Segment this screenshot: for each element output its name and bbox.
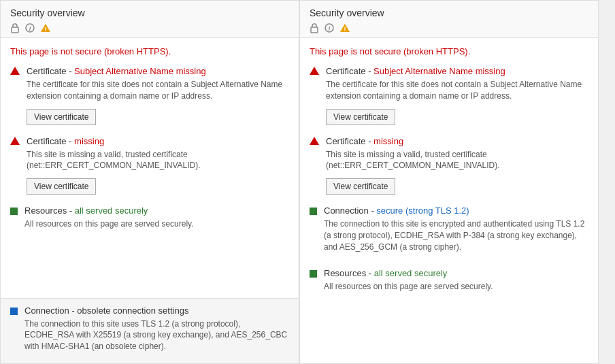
warning-icon-right: ! <box>339 23 350 33</box>
square-green-icon-connection-right <box>310 206 317 217</box>
cert-missing-title-right: Certificate - missing <box>326 136 588 146</box>
cert-san-item-left: Certificate - Subject Alternative Name m… <box>10 66 289 125</box>
cert-missing-item-left: Certificate - missing This site is missi… <box>10 136 289 195</box>
security-panel-right: Security overview i ! This page is not s… <box>299 0 599 364</box>
cert-san-desc-right: The certificate for this site does not c… <box>326 79 588 102</box>
panel-icons-left: i ! <box>10 22 289 33</box>
cert-san-title-static-right: Certificate - <box>326 66 373 76</box>
cert-missing-title-highlight-right: missing <box>373 136 403 146</box>
connection-item-right: Connection - secure (strong TLS 1.2) The… <box>310 205 588 257</box>
connection-item-left: Connection - obsolete connection setting… <box>1 298 299 363</box>
connection-content-right: Connection - secure (strong TLS 1.2) The… <box>324 205 588 257</box>
resources-content-right: Resources - all served securely All reso… <box>324 268 588 297</box>
resources-item-right: Resources - all served securely All reso… <box>310 268 588 297</box>
connection-title-static: Connection - <box>24 305 77 316</box>
view-cert-san-button-right[interactable]: View certificate <box>326 109 395 125</box>
cert-missing-title-static: Certificate - <box>27 136 74 146</box>
panel-header-left: Security overview i ! <box>1 1 299 38</box>
cert-missing-title-static-right: Certificate - <box>326 136 373 146</box>
resources-title-right: Resources - all served securely <box>324 268 588 278</box>
svg-text:!: ! <box>45 26 47 33</box>
cert-missing-title-highlight: missing <box>74 136 104 146</box>
cert-san-content-left: Certificate - Subject Alternative Name m… <box>27 66 289 125</box>
view-cert-san-button-left[interactable]: View certificate <box>27 109 96 125</box>
cert-san-title-right: Certificate - Subject Alternative Name m… <box>326 66 588 76</box>
square-green-icon-resources-right <box>310 269 317 280</box>
insecure-header-right: This page is not secure (broken HTTPS). <box>310 46 588 56</box>
panel-header-right: Security overview i ! <box>300 1 598 38</box>
svg-text:!: ! <box>344 26 346 33</box>
cert-missing-item-right: Certificate - missing This site is missi… <box>310 136 588 195</box>
connection-desc-left: The connection to this site uses TLS 1.2… <box>24 318 289 352</box>
triangle-red-icon-right <box>310 67 319 77</box>
resources-item-left: Resources - all served securely All reso… <box>10 205 289 234</box>
connection-security-item-left: Connection - obsolete connection setting… <box>10 305 289 357</box>
info-icon: i <box>25 23 35 33</box>
cert-san-title-highlight: Subject Alternative Name missing <box>74 66 206 76</box>
panel-body-right: This page is not secure (broken HTTPS). … <box>300 38 598 363</box>
panel-body-left: This page is not secure (broken HTTPS). … <box>1 38 299 298</box>
resources-title-left: Resources - all served securely <box>24 205 289 216</box>
cert-san-title-static: Certificate - <box>27 66 74 76</box>
panel-title-left: Security overview <box>10 7 289 18</box>
connection-title-static-right: Connection - <box>324 205 376 216</box>
cert-san-title-left: Certificate - Subject Alternative Name m… <box>27 66 289 76</box>
cert-missing-content-left: Certificate - missing This site is missi… <box>27 136 289 195</box>
cert-san-desc-left: The certificate for this site does not c… <box>27 79 289 102</box>
warning-icon: ! <box>40 23 51 33</box>
connection-title-highlight-right: secure (strong TLS 1.2) <box>376 205 469 216</box>
lock-icon <box>10 22 20 33</box>
connection-title-highlight: obsolete connection settings <box>77 305 188 316</box>
security-panel-left: Security overview i ! This page is not s… <box>0 0 299 364</box>
triangle-red-icon-2-right <box>310 137 319 147</box>
resources-desc-left: All resources on this page are served se… <box>24 218 289 230</box>
insecure-header-left: This page is not secure (broken HTTPS). <box>10 46 289 56</box>
cert-missing-desc-left: This site is missing a valid, trusted ce… <box>27 149 289 172</box>
triangle-red-icon-2 <box>10 137 20 147</box>
connection-title-right: Connection - secure (strong TLS 1.2) <box>324 205 588 216</box>
cert-missing-title-left: Certificate - missing <box>27 136 289 146</box>
connection-content-left: Connection - obsolete connection setting… <box>24 305 289 357</box>
svg-rect-5 <box>311 27 318 33</box>
svg-rect-0 <box>12 27 18 33</box>
resources-title-static: Resources - <box>24 205 75 216</box>
triangle-red-icon <box>10 67 20 77</box>
resources-title-static-right: Resources - <box>324 268 374 278</box>
cert-san-content-right: Certificate - Subject Alternative Name m… <box>326 66 588 125</box>
info-icon-right: i <box>325 23 334 33</box>
resources-title-highlight-right: all served securely <box>374 268 448 278</box>
svg-text:i: i <box>329 25 331 32</box>
connection-desc-right: The connection to this site is encrypted… <box>324 218 588 252</box>
cert-san-item-right: Certificate - Subject Alternative Name m… <box>310 66 588 125</box>
view-cert-missing-button-right[interactable]: View certificate <box>326 178 395 195</box>
cert-san-title-highlight-right: Subject Alternative Name missing <box>373 66 505 76</box>
view-cert-missing-button-left[interactable]: View certificate <box>27 178 96 195</box>
connection-title-left: Connection - obsolete connection setting… <box>24 305 289 316</box>
resources-content-left: Resources - all served securely All reso… <box>24 205 289 234</box>
panel-icons-right: i ! <box>310 22 588 33</box>
cert-missing-content-right: Certificate - missing This site is missi… <box>326 136 588 195</box>
panel-title-right: Security overview <box>310 7 588 18</box>
square-blue-icon-left <box>10 306 18 317</box>
square-green-icon-left <box>10 206 18 217</box>
svg-text:i: i <box>29 25 31 32</box>
resources-desc-right: All resources on this page are served se… <box>324 281 588 293</box>
resources-title-highlight: all served securely <box>75 205 148 216</box>
cert-missing-desc-right: This site is missing a valid, trusted ce… <box>326 149 588 172</box>
lock-icon-right <box>310 22 319 33</box>
